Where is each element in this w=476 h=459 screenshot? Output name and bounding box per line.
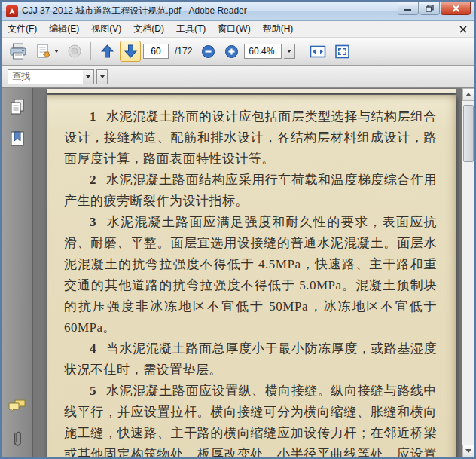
scrollbar-track[interactable] (462, 101, 474, 445)
zoom-out-icon (201, 44, 215, 59)
clause-paragraph: 2水泥混凝土路面结构应采用行车荷载和温度梯度综合作用产生的疲劳断裂作为设计指标。 (64, 170, 437, 212)
scroll-down-arrow-icon (465, 449, 471, 453)
collaborate-icon (67, 44, 82, 59)
sidebar-bottom-group (7, 397, 28, 448)
adobe-reader-icon (6, 5, 18, 17)
clause-paragraph: 4当水泥混凝土路面总厚度小于最小防冻厚度，或路基湿度状况不佳时，需设置垫层。 (64, 338, 437, 381)
toolbar-separator (301, 42, 301, 60)
vertical-scrollbar[interactable] (462, 88, 474, 457)
menu-edit[interactable]: 编辑(E) (43, 20, 85, 38)
bookmarks-icon (10, 130, 25, 147)
clause-number: 4 (90, 341, 96, 356)
menu-window[interactable]: 窗口(W) (212, 20, 256, 38)
save-copy-icon (35, 43, 52, 60)
pdf-page: 1水泥混凝土路面的设计应包括面层类型选择与结构层组合设计，接缝构造、配筋和排水设… (47, 95, 456, 457)
zoom-level-value: 60.4% (249, 46, 274, 57)
find-history-arrow-icon (86, 75, 90, 78)
menu-view[interactable]: 视图(V) (85, 20, 127, 38)
document-view[interactable]: 1水泥混凝土路面的设计应包括面层类型选择与结构层组合设计，接缝构造、配筋和排水设… (33, 88, 462, 457)
find-combo (8, 69, 94, 84)
zoom-dropdown-button[interactable] (284, 44, 295, 59)
save-dropdown-arrow-icon (54, 50, 59, 53)
clause-text: 水泥混凝土路面应满足强度和耐久性的要求，表面应抗滑、耐磨、平整。面层宜选用设接缝… (64, 215, 437, 335)
find-bar (2, 66, 474, 88)
clause-text: 水泥混凝土路面的设计应包括面层类型选择与结构层组合设计，接缝构造、配筋和排水设计… (64, 109, 437, 166)
menu-file[interactable]: 文件(F) (2, 20, 43, 38)
clause-text: 水泥混凝土路面结构应采用行车荷载和温度梯度综合作用产生的疲劳断裂作为设计指标。 (64, 173, 437, 208)
close-document-icon (459, 26, 467, 33)
fit-width-button[interactable] (307, 41, 329, 62)
close-button[interactable] (441, 2, 471, 15)
find-options-arrow-icon (100, 75, 105, 78)
comments-icon (8, 399, 26, 415)
clause-paragraph: 3水泥混凝土路面应满足强度和耐久性的要求，表面应抗滑、耐磨、平整。面层宜选用设接… (64, 212, 437, 338)
page-total-label: /172 (175, 46, 192, 57)
navigation-sidebar (2, 88, 33, 457)
fit-page-button[interactable] (331, 41, 353, 62)
clause-number: 3 (90, 215, 96, 229)
page-number-input[interactable] (143, 44, 169, 59)
previous-page-bottom-edge (47, 89, 456, 93)
scroll-down-button[interactable] (462, 445, 474, 457)
paperclip-icon (11, 430, 23, 448)
clause-text: 水泥混凝土路面应设置纵、横向接缝。纵向接缝与路线中线平行，并应设置拉杆。横向接缝… (64, 384, 437, 457)
clause-number: 2 (90, 173, 96, 187)
find-options-button[interactable] (96, 69, 108, 84)
minimize-button[interactable] (398, 2, 419, 15)
restore-icon (426, 5, 434, 12)
up-arrow-icon (101, 44, 114, 58)
caption-buttons (397, 2, 471, 15)
bookmarks-panel-button[interactable] (7, 129, 28, 148)
print-button[interactable] (6, 41, 30, 62)
save-copy-button[interactable] (32, 41, 62, 62)
clause-number: 1 (90, 109, 96, 124)
pages-icon (10, 99, 25, 115)
scroll-up-button[interactable] (462, 88, 474, 101)
document-close-button[interactable] (458, 24, 468, 35)
collaborate-button-disabled (64, 41, 85, 62)
main-toolbar: /172 60.4% (2, 38, 474, 66)
clause-number: 5 (90, 384, 96, 398)
zoom-in-button[interactable] (221, 41, 242, 62)
find-history-dropdown-button[interactable] (83, 69, 94, 84)
sidebar-top-group (7, 97, 28, 148)
zoom-dropdown-arrow-icon (287, 50, 291, 53)
window-body: 1水泥混凝土路面的设计应包括面层类型选择与结构层组合设计，接缝构造、配筋和排水设… (2, 88, 474, 457)
toolbar-separator (90, 42, 91, 60)
menu-document[interactable]: 文档(D) (127, 20, 170, 38)
zoom-out-button[interactable] (197, 41, 218, 62)
clause-paragraph: 5水泥混凝土路面应设置纵、横向接缝。纵向接缝与路线中线平行，并应设置拉杆。横向接… (64, 381, 437, 457)
fit-width-icon (310, 44, 326, 59)
zoom-in-icon (224, 44, 239, 59)
maximize-button[interactable] (420, 2, 440, 15)
down-arrow-icon (124, 44, 137, 58)
fit-page-icon (334, 44, 350, 59)
menu-help[interactable]: 帮助(H) (257, 20, 300, 38)
clause-paragraph: 1水泥混凝土路面的设计应包括面层类型选择与结构层组合设计，接缝构造、配筋和排水设… (64, 106, 437, 170)
minimize-icon (404, 5, 412, 11)
scrollbar-thumb[interactable] (463, 105, 474, 162)
scroll-up-arrow-icon (465, 93, 471, 96)
zoom-level-field[interactable]: 60.4% (244, 44, 282, 59)
comments-panel-button[interactable] (7, 397, 28, 417)
title-bar: CJJ 37-2012 城市道路工程设计规范.pdf - Adobe Reade… (2, 2, 474, 21)
close-icon (452, 5, 460, 12)
find-input[interactable] (8, 69, 83, 84)
adobe-reader-window: CJJ 37-2012 城市道路工程设计规范.pdf - Adobe Reade… (0, 0, 476, 459)
attachments-panel-button[interactable] (7, 429, 28, 448)
previous-page-button[interactable] (96, 41, 117, 62)
clause-text: 当水泥混凝土路面总厚度小于最小防冻厚度，或路基湿度状况不佳时，需设置垫层。 (64, 341, 437, 377)
printer-icon (9, 43, 27, 60)
window-title: CJJ 37-2012 城市道路工程设计规范.pdf - Adobe Reade… (22, 5, 247, 17)
pages-panel-button[interactable] (7, 97, 28, 117)
menu-bar: 文件(F) 编辑(E) 视图(V) 文档(D) 工具(T) 窗口(W) 帮助(H… (2, 21, 474, 38)
menu-tools[interactable]: 工具(T) (170, 20, 212, 38)
next-page-button[interactable] (120, 41, 141, 62)
